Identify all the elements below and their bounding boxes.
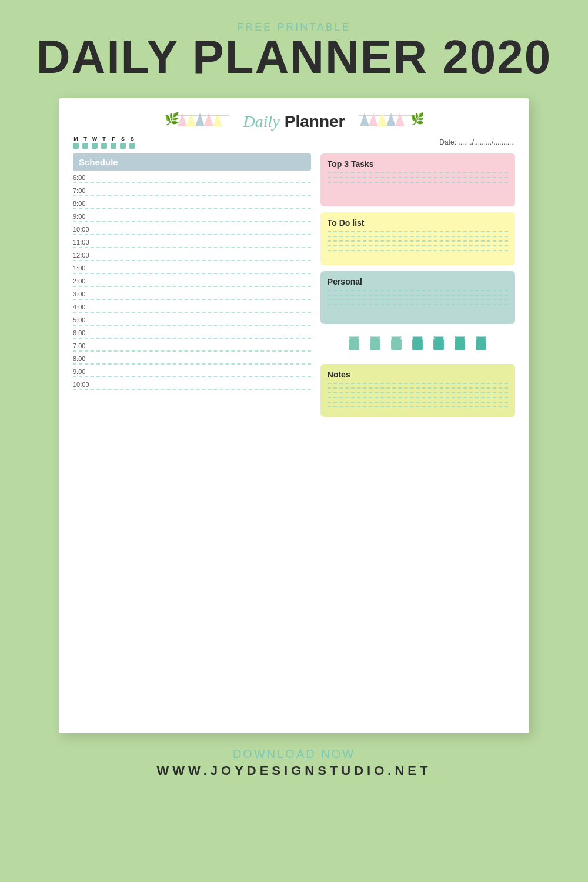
svg-marker-11 xyxy=(386,113,396,126)
water-cup-2 xyxy=(367,335,383,353)
svg-rect-22 xyxy=(434,339,445,350)
card-title-daily: Daily xyxy=(243,112,280,131)
card-header: 🌿 Daily Planner 🌿 xyxy=(73,110,515,133)
time-slot-600a: 6:00 xyxy=(73,174,311,183)
date-field: Date: ......./........./........... xyxy=(439,138,515,146)
page-header: FREE PRINTABLE DAILY PLANNER 2020 xyxy=(36,0,552,81)
svg-rect-20 xyxy=(413,339,423,350)
water-cup-1 xyxy=(346,335,362,353)
svg-marker-3 xyxy=(195,113,205,126)
time-slot-1200: 12:00 xyxy=(73,252,311,261)
day-row: M T W T F S S xyxy=(73,136,515,149)
notes-title: Notes xyxy=(328,370,508,379)
time-slot-100p: 1:00 xyxy=(73,265,311,274)
right-col: Top 3 Tasks To Do list Personal xyxy=(320,153,515,417)
svg-rect-24 xyxy=(455,339,466,350)
time-slot-800a: 8:00 xyxy=(73,200,311,209)
day-dot-S xyxy=(120,143,126,149)
time-slot-1000a: 10:00 xyxy=(73,226,311,235)
day-col-M: M xyxy=(73,136,79,149)
svg-marker-17 xyxy=(370,337,381,339)
todo-section: To Do list xyxy=(320,212,515,265)
day-col-T2: T xyxy=(101,136,107,149)
bunting-right-icon: 🌿 xyxy=(347,110,423,133)
water-cup-4 xyxy=(409,335,426,353)
water-cup-6 xyxy=(452,335,468,353)
svg-marker-12 xyxy=(395,113,405,126)
schedule-col: Schedule 6:00 7:00 8:00 9:00 10:00 xyxy=(73,153,311,417)
svg-marker-25 xyxy=(455,337,466,339)
day-dot-T xyxy=(82,143,88,149)
day-col-S: S xyxy=(120,136,126,149)
time-slot-1000p: 10:00 xyxy=(73,381,311,390)
svg-marker-9 xyxy=(369,113,378,126)
water-cup-3 xyxy=(388,335,405,353)
svg-marker-15 xyxy=(349,337,360,339)
notes-section: Notes xyxy=(320,364,515,417)
time-slot-600p: 6:00 xyxy=(73,329,311,339)
svg-marker-5 xyxy=(213,113,222,126)
download-label: DOWNLOAD NOW xyxy=(157,747,432,761)
svg-rect-16 xyxy=(370,339,381,350)
svg-marker-23 xyxy=(434,337,445,339)
day-col-W: W xyxy=(92,136,98,149)
time-slot-400p: 4:00 xyxy=(73,303,311,313)
svg-rect-14 xyxy=(349,339,360,350)
personal-section: Personal xyxy=(320,271,515,324)
time-slot-900a: 9:00 xyxy=(73,213,311,222)
planner-card: 🌿 Daily Planner 🌿 xyxy=(59,98,529,733)
svg-marker-4 xyxy=(204,113,213,126)
water-cup-7 xyxy=(473,335,489,353)
time-slot-700p: 7:00 xyxy=(73,342,311,352)
page-footer: DOWNLOAD NOW WWW.JOYDESIGNSTUDIO.NET xyxy=(157,747,432,779)
svg-marker-10 xyxy=(377,113,387,126)
svg-marker-27 xyxy=(476,337,487,339)
top3-section: Top 3 Tasks xyxy=(320,153,515,206)
personal-title: Personal xyxy=(328,277,508,286)
day-dot-M xyxy=(73,143,79,149)
svg-marker-21 xyxy=(413,337,423,339)
time-slot-1100a: 11:00 xyxy=(73,239,311,248)
time-slot-500p: 5:00 xyxy=(73,316,311,326)
water-tracker xyxy=(320,330,515,358)
water-cup-5 xyxy=(430,335,447,353)
day-col-S2: S xyxy=(129,136,135,149)
card-title-planner: Planner xyxy=(285,112,345,131)
website-label: WWW.JOYDESIGNSTUDIO.NET xyxy=(157,763,432,779)
svg-rect-18 xyxy=(392,339,402,350)
day-dot-T2 xyxy=(101,143,107,149)
time-slot-200p: 2:00 xyxy=(73,278,311,287)
todo-title: To Do list xyxy=(328,218,508,228)
day-letters: M T W T F S S xyxy=(73,136,135,149)
day-dot-S2 xyxy=(129,143,135,149)
day-col-T: T xyxy=(82,136,88,149)
day-dot-F xyxy=(111,143,116,149)
day-col-F: F xyxy=(111,136,116,149)
svg-marker-8 xyxy=(360,113,369,126)
time-slot-800p: 8:00 xyxy=(73,355,311,365)
time-slot-300p: 3:00 xyxy=(73,290,311,300)
bunting-left-icon: 🌿 xyxy=(165,110,241,133)
page-title: DAILY PLANNER 2020 xyxy=(36,34,552,81)
svg-marker-19 xyxy=(392,337,402,339)
top3-title: Top 3 Tasks xyxy=(328,159,508,169)
svg-rect-26 xyxy=(476,339,487,350)
time-slot-700a: 7:00 xyxy=(73,187,311,196)
svg-text:🌿: 🌿 xyxy=(165,112,179,126)
two-col-layout: Schedule 6:00 7:00 8:00 9:00 10:00 xyxy=(73,153,515,417)
day-dot-W xyxy=(92,143,98,149)
svg-marker-2 xyxy=(186,113,196,126)
schedule-header: Schedule xyxy=(73,153,311,171)
svg-text:🌿: 🌿 xyxy=(410,112,423,126)
time-slot-900p: 9.00 xyxy=(73,368,311,377)
